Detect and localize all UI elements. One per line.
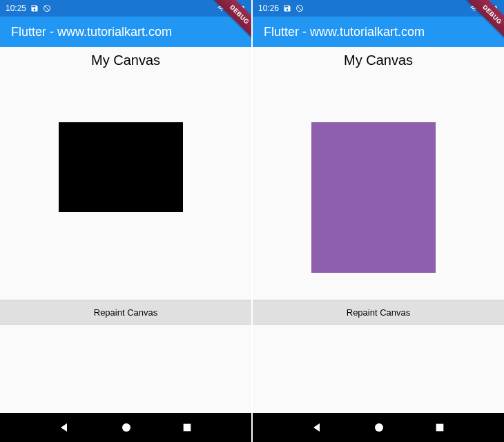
phone-screen-right: DEBUG 10:26 Flutter - www.tutorialkart.c… — [253, 0, 504, 442]
canvas-title: My Canvas — [0, 47, 251, 68]
canvas-zone — [0, 68, 251, 300]
canvas-title: My Canvas — [253, 47, 504, 68]
app-bar: Flutter - www.tutorialkart.com — [0, 17, 251, 47]
body-area: My Canvas Repaint Canvas — [253, 47, 504, 413]
save-icon — [283, 4, 291, 12]
nav-recent-icon[interactable] — [434, 422, 445, 433]
navigation-bar — [0, 413, 251, 442]
canvas-rectangle — [59, 122, 183, 212]
status-time: 10:26 — [258, 3, 279, 13]
phone-screen-left: DEBUG 10:25 Flutter - www.tutorialkart.c… — [0, 0, 251, 442]
navigation-bar — [253, 413, 504, 442]
repaint-canvas-button[interactable]: Repaint Canvas — [0, 300, 251, 325]
app-bar-title: Flutter - www.tutorialkart.com — [11, 25, 172, 39]
canvas-rectangle — [311, 122, 436, 273]
nav-back-icon[interactable] — [59, 421, 71, 434]
body-area: My Canvas Repaint Canvas — [0, 47, 251, 413]
svg-point-1 — [122, 423, 130, 432]
no-icon — [43, 4, 51, 12]
app-bar: Flutter - www.tutorialkart.com — [253, 17, 504, 47]
nav-recent-icon[interactable] — [182, 422, 193, 433]
app-bar-title: Flutter - www.tutorialkart.com — [264, 25, 425, 39]
svg-rect-2 — [183, 424, 191, 432]
canvas-zone — [253, 68, 504, 300]
svg-rect-5 — [436, 424, 443, 432]
status-time: 10:25 — [6, 3, 26, 13]
save-icon — [30, 4, 39, 12]
nav-back-icon[interactable] — [311, 421, 324, 434]
no-icon — [295, 4, 304, 12]
status-bar: 10:25 — [0, 0, 251, 17]
status-bar: 10:26 — [253, 0, 504, 17]
repaint-canvas-button[interactable]: Repaint Canvas — [253, 300, 504, 325]
status-left: 10:25 — [6, 3, 51, 13]
status-left: 10:26 — [258, 3, 304, 13]
nav-home-icon[interactable] — [120, 421, 133, 434]
svg-point-4 — [375, 423, 383, 432]
nav-home-icon[interactable] — [373, 421, 385, 434]
